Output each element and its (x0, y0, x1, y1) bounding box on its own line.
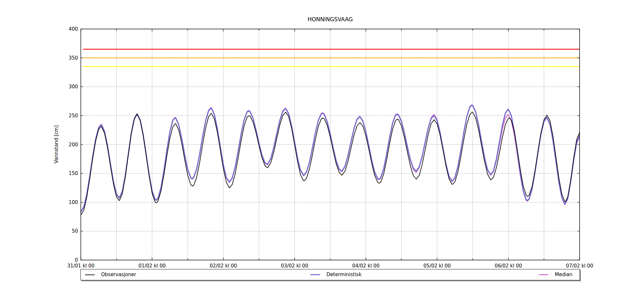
y-axis-label: Vannstand [cm] (53, 125, 59, 164)
y-tick-label: 300 (69, 84, 78, 90)
y-tick-label: 0 (75, 257, 78, 263)
y-tick-label: 400 (69, 26, 78, 32)
legend-box: Observasjoner Deterministisk Median (80, 269, 580, 280)
x-tick-label: 07/02 kl 00 (566, 263, 593, 269)
legend-line-observasjoner-icon (85, 275, 95, 275)
x-tick-label: 03/02 kl 00 (281, 263, 308, 269)
x-tick-label: 05/02 kl 00 (423, 263, 451, 269)
y-tick-label: 100 (69, 199, 78, 205)
x-tick-label: 31/01 kl 00 (67, 263, 95, 269)
legend-entry-observasjoner: Observasjoner (85, 269, 136, 280)
y-tick-label: 200 (69, 142, 78, 148)
legend-label-median: Median (555, 269, 573, 280)
chart-title: HONNINGSVAAG (81, 16, 580, 23)
y-tick-label: 50 (72, 228, 78, 234)
y-tick-label: 350 (69, 55, 78, 61)
legend-line-deterministisk-icon (310, 274, 320, 275)
x-tick-label: 04/02 kl 00 (352, 263, 380, 269)
legend-entry-deterministisk: Deterministisk (310, 269, 362, 280)
y-tick-label: 250 (69, 113, 78, 119)
legend-line-median-icon (539, 274, 548, 275)
legend-label-deterministisk: Deterministisk (327, 269, 362, 280)
x-tick-label: 02/02 kl 00 (210, 263, 237, 269)
page: 05010015020025030035040031/01 kl 0001/02… (0, 0, 644, 290)
legend-label-observasjoner: Observasjoner (101, 269, 136, 280)
chart-grid (81, 29, 579, 260)
tide-chart: 05010015020025030035040031/01 kl 0001/02… (0, 0, 644, 290)
legend-entry-median: Median (539, 269, 573, 280)
x-tick-label: 06/02 kl 00 (495, 263, 522, 269)
y-tick-label: 150 (69, 170, 78, 176)
threshold-lines (83, 49, 580, 67)
x-tick-label: 01/02 kl 00 (138, 263, 166, 269)
